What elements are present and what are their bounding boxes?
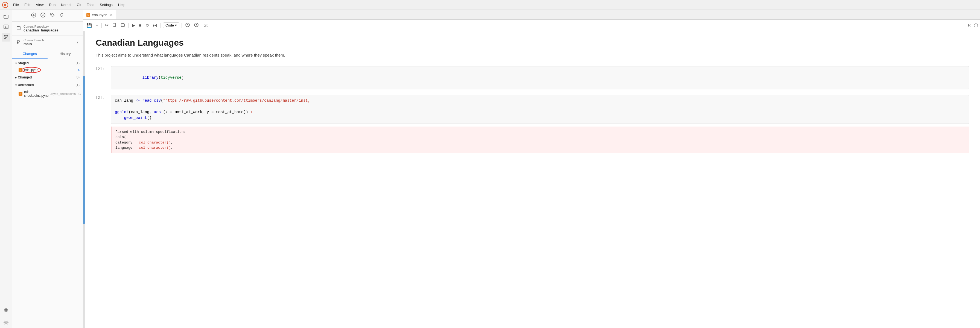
push-icon[interactable]	[31, 13, 36, 19]
cell-type-dropdown[interactable]: Code ▾	[163, 22, 180, 28]
git-sidebar: Current Repository canadian_languages	[12, 10, 83, 328]
folder-icon[interactable]	[2, 12, 10, 21]
cell-input-3[interactable]: can_lang <- read_csv("https://raw.github…	[111, 95, 969, 124]
copy-button[interactable]	[111, 22, 118, 29]
terminal-icon[interactable]	[2, 22, 10, 31]
untracked-label: Untracked	[18, 83, 34, 87]
scrollbar-thumb[interactable]	[83, 76, 85, 224]
add-file-button[interactable]: +	[82, 92, 83, 96]
refresh-icon[interactable]	[59, 13, 64, 19]
tag-icon[interactable]	[50, 13, 55, 19]
staged-file-eda[interactable]: N eda.ipynb A	[12, 67, 83, 73]
svg-point-6	[5, 35, 5, 37]
svg-point-14	[5, 322, 7, 323]
menu-edit[interactable]: Edit	[22, 2, 33, 7]
changed-chevron-icon: ▸	[15, 76, 17, 79]
menu-help[interactable]: Help	[116, 2, 128, 7]
branch-icon	[16, 40, 21, 45]
add-cell-button[interactable]: +	[95, 22, 99, 29]
code-cell-2[interactable]: [2]: library(tidyverse)	[96, 66, 969, 89]
clock-icon[interactable]	[193, 22, 200, 29]
cut-button[interactable]: ✂	[104, 22, 110, 29]
code-cell-3[interactable]: [3]: can_lang <- read_csv("https://raw.g…	[96, 95, 969, 124]
svg-point-17	[51, 14, 52, 15]
branch-text: Current Branch main	[24, 38, 44, 46]
tab-bar: N eda.ipynb ✕	[83, 10, 980, 20]
notebook-title: Canadian Languages	[96, 38, 969, 48]
restart-button[interactable]: ↺	[145, 22, 150, 29]
kernel-name-label: R	[968, 23, 971, 27]
file-actions: ⬡ +	[78, 92, 83, 96]
cell-output-3: Parsed with column specification: cols( …	[111, 127, 969, 153]
svg-rect-11	[6, 308, 8, 310]
cell-input-2[interactable]: library(tidyverse)	[111, 66, 969, 89]
svg-rect-13	[6, 310, 8, 312]
settings-icon[interactable]	[2, 318, 10, 327]
menu-run[interactable]: Run	[47, 2, 58, 7]
track-file-button[interactable]: ⬡	[78, 92, 81, 96]
untracked-count: (1)	[75, 83, 80, 87]
pull-icon[interactable]	[40, 13, 45, 19]
svg-rect-10	[4, 308, 6, 310]
repo-info: Current Repository canadian_languages	[12, 22, 83, 36]
tab-changes[interactable]: Changes	[12, 49, 48, 59]
tab-history[interactable]: History	[48, 49, 83, 59]
paste-button[interactable]	[119, 22, 126, 29]
menu-file[interactable]: File	[11, 2, 21, 7]
changed-count: (0)	[75, 75, 80, 79]
sidebar-toolbar	[12, 10, 83, 22]
git-label: git	[204, 23, 208, 27]
cell-label-3: [3]:	[96, 95, 111, 99]
extensions-icon[interactable]	[2, 306, 10, 314]
toolbar-divider-3	[161, 23, 161, 28]
save-button[interactable]: 💾	[85, 22, 93, 29]
staged-chevron-icon: ▾	[15, 62, 17, 65]
untracked-chevron-icon: ▾	[15, 84, 17, 87]
changed-label: Changed	[18, 75, 32, 79]
tab-close-button[interactable]: ✕	[110, 13, 113, 17]
untracked-file-checkpoint[interactable]: N eda-checkpoint.ipynb .ipynb_checkpoint…	[12, 89, 83, 99]
restart-run-button[interactable]: ⏭	[152, 22, 158, 29]
menu-tabs[interactable]: Tabs	[84, 2, 96, 7]
svg-point-20	[17, 40, 18, 41]
tab-filename: eda.ipynb	[92, 13, 107, 17]
repo-name: canadian_languages	[24, 28, 59, 32]
menu-view[interactable]: View	[33, 2, 46, 7]
editor-area: N eda.ipynb ✕ 💾 + ✂ ▶ ■ ↺ ⏭ Code	[83, 10, 980, 328]
changed-section-header[interactable]: ▸ Changed (0)	[12, 73, 83, 81]
app-logo	[2, 2, 8, 8]
staged-label: Staged	[18, 61, 29, 65]
notebook-toolbar: 💾 + ✂ ▶ ■ ↺ ⏭ Code ▾	[83, 20, 980, 31]
untracked-section-header[interactable]: ▾ Untracked (1)	[12, 81, 83, 89]
menu-git[interactable]: Git	[75, 2, 84, 7]
kernel-idle-indicator	[974, 24, 978, 27]
menu-kernel[interactable]: Kernel	[59, 2, 73, 7]
stop-button[interactable]: ■	[138, 22, 143, 29]
notebook-icon: N	[19, 68, 22, 72]
branch-selector[interactable]: Current Branch main ▾	[12, 36, 83, 49]
svg-point-21	[19, 40, 20, 41]
eda-filename-circled: eda.ipynb	[24, 68, 38, 72]
cell-type-label: Code	[165, 23, 174, 27]
chevron-down-icon: ▾	[77, 40, 78, 44]
menu-settings[interactable]: Settings	[98, 2, 115, 7]
notebook-scroll-area[interactable]: Canadian Languages This project aims to …	[83, 31, 980, 328]
sidebar-tabs: Changes History	[12, 49, 83, 59]
icon-strip	[0, 10, 12, 328]
run-button[interactable]: ▶	[131, 22, 136, 29]
cell-type-chevron-icon: ▾	[175, 23, 177, 27]
file-list: ▾ Staged (1) N eda.ipynb A	[12, 59, 83, 328]
toolbar-divider-4	[181, 23, 182, 28]
svg-rect-4	[4, 25, 8, 29]
notebook-content: Canadian Languages This project aims to …	[85, 31, 980, 328]
repo-text: Current Repository canadian_languages	[24, 25, 59, 32]
svg-rect-26	[113, 23, 115, 26]
notebook-description: This project aims to understand what lan…	[96, 52, 969, 59]
kernel-status-icon[interactable]	[184, 22, 191, 29]
editor-tab-eda[interactable]: N eda.ipynb ✕	[83, 10, 116, 19]
branch-name: main	[24, 42, 44, 46]
git-icon[interactable]	[2, 33, 10, 41]
staged-section-header[interactable]: ▾ Staged (1)	[12, 59, 83, 67]
checkpoint-filename: eda-checkpoint.ipynb	[24, 90, 48, 97]
repo-label: Current Repository	[24, 25, 59, 28]
